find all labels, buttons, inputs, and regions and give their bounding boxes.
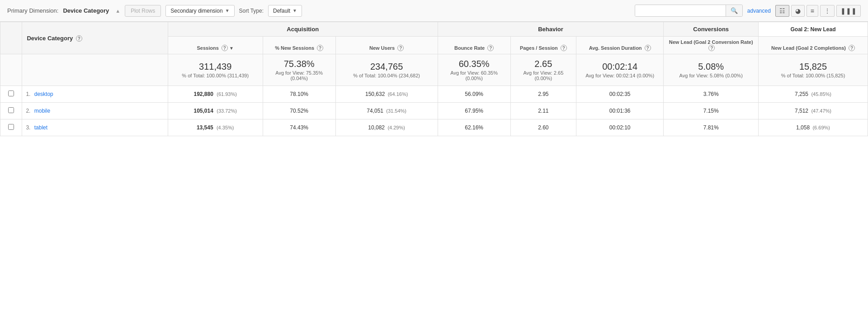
sessions-pct-1: (33.72%)	[217, 108, 237, 114]
avg-session-help-icon[interactable]: ?	[645, 45, 651, 51]
completions-cell-2: 1,058 (6.69%)	[759, 119, 868, 136]
avg-session-cell-0: 00:02:35	[576, 86, 664, 103]
pages-per-session-value-2: 2.60	[538, 124, 548, 131]
sessions-cell-2: 13,545 (4.35%)	[168, 119, 263, 136]
totals-bounce-rate-value: 60.35%	[442, 59, 507, 69]
new-sessions-label: % New Sessions	[275, 45, 314, 51]
bounce-rate-value-0: 56.09%	[465, 91, 483, 97]
conversion-rate-cell-2: 7.81%	[664, 119, 759, 136]
completions-pct-1: (47.47%)	[811, 108, 831, 114]
conversion-rate-value-0: 3.76%	[703, 91, 719, 97]
new-users-pct-2: (4.29%)	[387, 125, 405, 130]
sessions-label: Sessions	[197, 45, 219, 51]
new-lead-completions-help-icon[interactable]: ?	[849, 45, 855, 51]
bar-view-button[interactable]: ❚❚❚	[836, 5, 861, 17]
search-box: 🔍	[635, 5, 743, 17]
sessions-sort-icon[interactable]: ▼	[229, 46, 234, 51]
plot-rows-button[interactable]: Plot Rows	[125, 5, 161, 17]
data-table: Device Category ? Acquisition Behavior C…	[0, 22, 868, 136]
totals-new-sessions-value: 75.38%	[267, 59, 332, 69]
pages-per-session-label: Pages / Session	[520, 45, 558, 51]
avg-session-cell-2: 00:02:10	[576, 119, 664, 136]
totals-new-users-value: 234,765	[340, 62, 434, 72]
table-row: 3. tablet 13,545 (4.35%) 74.43% 10,082 (…	[0, 119, 868, 136]
new-users-pct-0: (64.16%)	[388, 91, 408, 97]
totals-new-users-subtitle: % of Total: 100.04% (234,682)	[340, 73, 434, 78]
pages-per-session-help-icon[interactable]: ?	[561, 45, 567, 51]
new-users-value-1: 74,051	[367, 108, 383, 114]
advanced-link[interactable]: advanced	[747, 8, 771, 14]
completions-cell-1: 7,512 (47.47%)	[759, 103, 868, 119]
pages-per-session-cell-0: 2.95	[510, 86, 576, 103]
view-icons: ☷ ◕ ≡ ⋮ ❚❚❚	[775, 5, 861, 17]
totals-conversion-rate: 5.08% Avg for View: 5.08% (0.00%)	[664, 54, 759, 86]
totals-label-cell	[22, 54, 168, 86]
table-row: 1. desktop 192,880 (61.93%) 78.10% 150,6…	[0, 86, 868, 103]
completions-value-1: 7,512	[795, 108, 808, 114]
new-lead-rate-label: New Lead (Goal 2 Conversion Rate)	[669, 39, 753, 45]
row-num-2: 3.	[26, 124, 30, 131]
new-sessions-cell-0: 78.10%	[263, 86, 335, 103]
new-lead-rate-col-header: New Lead (Goal 2 Conversion Rate) ?	[664, 37, 759, 54]
new-lead-completions-col-header: New Lead (Goal 2 Completions) ?	[759, 37, 868, 54]
totals-pages-value: 2.65	[514, 59, 572, 69]
avg-session-duration-col-header: Avg. Session Duration ?	[576, 37, 664, 54]
goal-tab-header: Goal 2: New Lead	[759, 22, 868, 37]
device-name-0[interactable]: desktop	[34, 91, 53, 97]
bounce-rate-help-icon[interactable]: ?	[487, 45, 494, 51]
row-num-0: 1.	[26, 91, 30, 97]
new-lead-completions-label: New Lead (Goal 2 Completions)	[771, 45, 846, 51]
new-users-help-icon[interactable]: ?	[397, 45, 404, 51]
totals-completions-subtitle: % of Total: 100.00% (15,825)	[762, 73, 864, 78]
table-row: 2. mobile 105,014 (33.72%) 70.52% 74,051…	[0, 103, 868, 119]
row-checkbox-1[interactable]	[8, 107, 14, 113]
new-users-label: New Users	[369, 45, 395, 51]
checkbox-header	[0, 22, 22, 54]
device-name-2[interactable]: tablet	[34, 124, 47, 131]
totals-completions-value: 15,825	[762, 62, 864, 72]
search-button[interactable]: 🔍	[726, 5, 742, 16]
totals-new-users: 234,765 % of Total: 100.04% (234,682)	[335, 54, 438, 86]
device-cell-2: 3. tablet	[22, 119, 168, 136]
conversions-group-header: Conversions	[664, 22, 759, 37]
pages-per-session-cell-1: 2.11	[510, 103, 576, 119]
new-users-cell-0: 150,632 (64.16%)	[335, 86, 438, 103]
pie-view-button[interactable]: ◕	[791, 5, 805, 17]
bounce-rate-cell-0: 56.09%	[438, 86, 510, 103]
sessions-help-icon[interactable]: ?	[222, 45, 228, 51]
search-input[interactable]	[635, 5, 726, 16]
new-sessions-help-icon[interactable]: ?	[317, 45, 323, 51]
new-users-cell-1: 74,051 (31.54%)	[335, 103, 438, 119]
top-bar: Primary Dimension: Device Category ▲ Plo…	[0, 0, 868, 22]
sessions-cell-1: 105,014 (33.72%)	[168, 103, 263, 119]
sessions-value-0: 192,880	[194, 91, 213, 97]
row-checkbox-0[interactable]	[8, 90, 14, 96]
secondary-dimension-label: Secondary dimension	[170, 8, 222, 14]
row-checkbox-2[interactable]	[8, 124, 14, 130]
funnel-view-button[interactable]: ⋮	[820, 5, 835, 17]
list-view-button[interactable]: ≡	[807, 5, 818, 17]
device-name-1[interactable]: mobile	[34, 108, 50, 114]
avg-session-value-0: 00:02:35	[609, 91, 631, 97]
secondary-dimension-dropdown[interactable]: Secondary dimension ▼	[165, 5, 234, 17]
row-checkbox-cell-0	[0, 86, 22, 103]
new-lead-rate-help-icon[interactable]: ?	[708, 45, 715, 51]
sessions-col-header: Sessions ? ▼	[168, 37, 263, 54]
totals-sessions: 311,439 % of Total: 100.00% (311,439)	[168, 54, 263, 86]
totals-bounce-rate-subtitle: Avg for View: 60.35% (0.00%)	[442, 70, 507, 81]
totals-new-sessions: 75.38% Avg for View: 75.35% (0.04%)	[263, 54, 335, 86]
dropdown-arrow-icon: ▼	[225, 8, 230, 13]
row-checkbox-cell-2	[0, 119, 22, 136]
sort-type-dropdown[interactable]: Default ▼	[268, 5, 302, 17]
grid-view-button[interactable]: ☷	[775, 5, 789, 17]
totals-checkbox-cell	[0, 54, 22, 86]
sort-dropdown-arrow-icon: ▼	[292, 8, 297, 13]
device-cell-0: 1. desktop	[22, 86, 168, 103]
completions-cell-0: 7,255 (45.85%)	[759, 86, 868, 103]
avg-session-value-2: 00:02:10	[609, 124, 631, 131]
bounce-rate-cell-1: 67.95%	[438, 103, 510, 119]
new-sessions-value-1: 70.52%	[290, 108, 308, 114]
sessions-value-2: 13,545	[197, 124, 213, 131]
device-category-help-icon[interactable]: ?	[76, 35, 82, 42]
behavior-group-header: Behavior	[438, 22, 664, 37]
